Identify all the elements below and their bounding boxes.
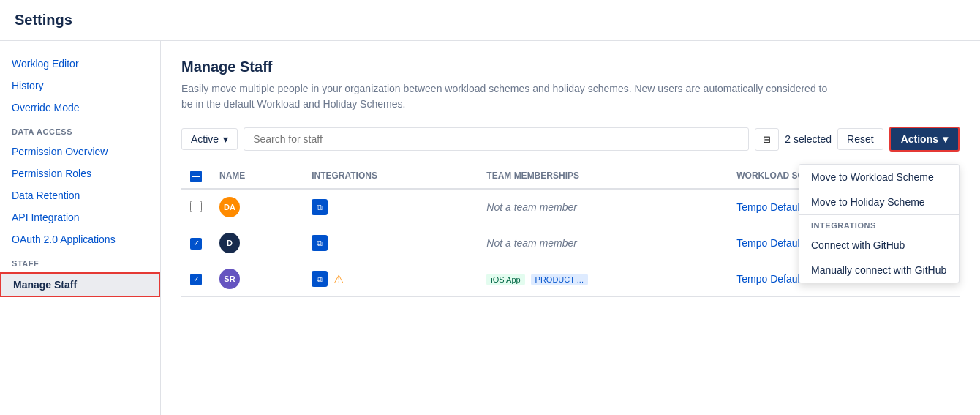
row2-name-cell: D (211, 225, 303, 261)
row3-checkbox-cell (181, 261, 211, 297)
header-team-memberships: Team Memberships (478, 163, 728, 189)
move-holiday-scheme-item[interactable]: Move to Holiday Scheme (799, 190, 959, 214)
app-container: Settings Worklog Editor History Override… (0, 0, 980, 415)
connect-github-item[interactable]: Connect with GitHub (799, 233, 959, 258)
manually-connect-github-item[interactable]: Manually connect with GitHub (799, 258, 959, 283)
row3-name-cell: SR (211, 261, 303, 297)
row3-warning-icon: ⚠ (333, 272, 344, 286)
manage-staff-title: Manage Staff (181, 59, 960, 75)
section-data-access: Data Access (0, 119, 160, 141)
row2-checkbox[interactable] (190, 238, 202, 250)
row3-team-cell: iOS App PRODUCT ... (478, 261, 728, 297)
row1-team: Not a team member (486, 201, 577, 213)
actions-label: Actions (901, 133, 938, 145)
sidebar-item-override-mode[interactable]: Override Mode (0, 97, 160, 119)
search-input[interactable] (244, 127, 749, 151)
row1-name-cell: DA (211, 189, 303, 225)
row1-checkbox-cell (181, 189, 211, 225)
row1-checkbox[interactable] (190, 201, 202, 212)
chevron-down-icon-actions: ▾ (943, 133, 948, 145)
row3-ios-badge: iOS App (486, 274, 524, 285)
row3-product-badge: PRODUCT ... (531, 274, 588, 285)
chevron-down-icon: ▾ (223, 133, 228, 145)
actions-dropdown: Move to Workload Scheme Move to Holiday … (799, 164, 960, 283)
row3-integration-icon: ⧉ (312, 271, 328, 287)
move-workload-scheme-item[interactable]: Move to Workload Scheme (799, 165, 959, 190)
row2-team-cell: Not a team member (478, 225, 728, 261)
row2-integration-icon: ⧉ (312, 235, 328, 251)
select-all-checkbox[interactable] (190, 171, 202, 182)
row1-integration-icon: ⧉ (312, 199, 328, 215)
integrations-section-label: Integrations (799, 214, 959, 233)
header-name: Name (211, 163, 303, 189)
row2-avatar: D (219, 233, 240, 253)
sidebar: Worklog Editor History Override Mode Dat… (0, 41, 161, 415)
sidebar-item-worklog-editor[interactable]: Worklog Editor (0, 53, 160, 75)
filter-icon-button[interactable]: ⊟ (755, 128, 779, 151)
header-integrations: Integrations (303, 163, 478, 189)
content-area: Worklog Editor History Override Mode Dat… (0, 41, 980, 415)
row1-integration-cell: ⧉ (303, 189, 478, 225)
toolbar: Active ▾ ⊟ 2 selected Reset Actions ▾ (181, 127, 960, 152)
row1-avatar: DA (219, 197, 240, 217)
manage-staff-description: Easily move multiple people in your orga… (181, 81, 840, 112)
page-title: Settings (15, 12, 965, 29)
main-content: Manage Staff Easily move multiple people… (161, 41, 980, 415)
active-filter-label: Active (191, 133, 219, 145)
row1-team-cell: Not a team member (478, 189, 728, 225)
actions-button[interactable]: Actions ▾ (889, 127, 960, 152)
row2-checkbox-cell (181, 225, 211, 261)
sidebar-item-data-retention[interactable]: Data Retention (0, 184, 160, 206)
row3-avatar: SR (219, 269, 240, 289)
reset-button[interactable]: Reset (837, 128, 883, 150)
row2-team: Not a team member (486, 237, 577, 249)
top-bar: Settings (0, 0, 980, 41)
sidebar-item-permission-overview[interactable]: Permission Overview (0, 141, 160, 162)
row2-integration-cell: ⧉ (303, 225, 478, 261)
header-checkbox-cell (181, 163, 211, 189)
active-filter-button[interactable]: Active ▾ (181, 128, 238, 150)
filter-icon: ⊟ (763, 134, 771, 145)
sidebar-item-manage-staff[interactable]: Manage Staff (0, 272, 160, 297)
row3-integration-cell: ⧉ ⚠ (303, 261, 478, 297)
sidebar-item-history[interactable]: History (0, 75, 160, 97)
sidebar-item-api-integration[interactable]: API Integration (0, 206, 160, 228)
selected-count: 2 selected (785, 133, 832, 145)
sidebar-item-permission-roles[interactable]: Permission Roles (0, 162, 160, 184)
row3-checkbox[interactable] (190, 274, 202, 285)
section-staff: Staff (0, 250, 160, 272)
sidebar-item-oauth[interactable]: OAuth 2.0 Applications (0, 228, 160, 250)
